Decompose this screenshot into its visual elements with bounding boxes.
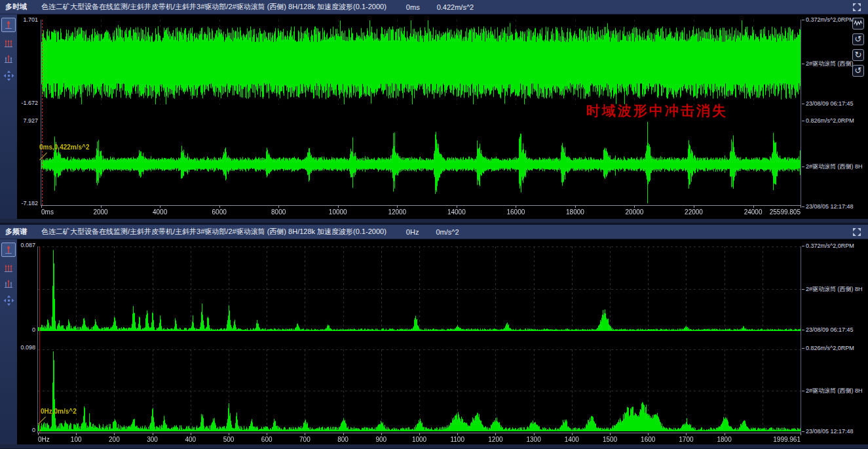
y-min-label: 0 bbox=[13, 326, 35, 333]
harmonic-cursor-tool-icon[interactable] bbox=[1, 36, 16, 50]
x-tick-label: 800 bbox=[337, 436, 349, 443]
amplitude-rpm-label: 0.372m/s^2,0RPM bbox=[802, 16, 854, 23]
waveform-button[interactable] bbox=[852, 18, 864, 29]
time-domain-panel: 多时域 色连二矿大型设备在线监测/主斜井皮带机/主斜井3#驱动部/2#驱动滚筒 … bbox=[0, 0, 868, 224]
x-tick-label: 14000 bbox=[447, 208, 466, 216]
playback-button[interactable]: ↺ bbox=[852, 65, 864, 77]
x-tick-label: 2000 bbox=[93, 208, 107, 216]
x-tick-label: 200 bbox=[109, 436, 120, 443]
spectrum-panel: 多频谱 色连二矿大型设备在线监测/主斜井皮带机/主斜井3#驱动部/2#驱动滚筒 … bbox=[0, 225, 868, 449]
x-tick-label: 24000 bbox=[744, 208, 763, 216]
x-tick-label: 1300 bbox=[526, 436, 540, 443]
pan-tool-icon[interactable] bbox=[1, 68, 16, 83]
x-tick-label: 4000 bbox=[153, 208, 167, 216]
amplitude-rpm-label: 0.826m/s^2,0RPM bbox=[802, 117, 854, 124]
y-max-label: 0.098 bbox=[13, 344, 35, 351]
panel-mode-label: 多频谱 bbox=[5, 227, 27, 237]
time-panel-header: 多时域 色连二矿大型设备在线监测/主斜井皮带机/主斜井3#驱动部/2#驱动滚筒 … bbox=[0, 0, 868, 14]
x-tick-label: 1000 bbox=[412, 436, 426, 443]
spectrum-canvas-1[interactable] bbox=[38, 246, 801, 331]
y-max-label: 0.087 bbox=[13, 242, 35, 248]
x-tick-label: 300 bbox=[147, 436, 158, 443]
amplitude-rpm-label: 0.826m/s^2,0RPM bbox=[802, 345, 854, 351]
x-tick-label: 20000 bbox=[626, 208, 644, 216]
pan-tool-icon[interactable] bbox=[1, 293, 16, 307]
cursor-x-readout: 0Hz bbox=[406, 228, 419, 236]
time-waveform-canvas-1[interactable] bbox=[41, 20, 801, 105]
x-tick-label: 16000 bbox=[506, 208, 525, 216]
x-tick-label: 25599.805 bbox=[770, 208, 801, 216]
y-axis-line bbox=[41, 20, 41, 205]
x-tick-label: 0ms bbox=[41, 208, 54, 216]
x-tick-label: 12000 bbox=[388, 208, 406, 216]
panel-bottom-strip bbox=[0, 219, 868, 223]
x-axis-line bbox=[41, 205, 801, 206]
x-tick-label: 400 bbox=[185, 436, 196, 443]
expand-icon[interactable] bbox=[852, 227, 862, 237]
x-tick-label: 700 bbox=[299, 436, 311, 443]
y-axis-line-right bbox=[801, 20, 801, 205]
cursor-x-readout: 0ms bbox=[406, 3, 420, 11]
x-tick-label: 600 bbox=[261, 436, 273, 443]
y-axis-line bbox=[37, 246, 38, 433]
timestamp-label: 23/08/05 12:17:48 bbox=[802, 203, 854, 210]
time-panel-body: 1.701 -1.672 7.927 -7.182 时域波形中冲击消失 0ms,… bbox=[0, 14, 868, 223]
channel-label: 2#驱动滚筒 (西侧) 8H bbox=[802, 163, 863, 171]
channel-label: 2#驱动滚筒 (西侧) 8H bbox=[802, 387, 863, 395]
y-min-label: -7.182 bbox=[16, 200, 38, 206]
spectrum-cursor-line[interactable] bbox=[39, 246, 40, 433]
vibration-monitor-app: 多时域 色连二矿大型设备在线监测/主斜井皮带机/主斜井3#驱动部/2#驱动滚筒 … bbox=[0, 0, 868, 449]
x-tick-label: 6000 bbox=[212, 208, 227, 216]
panel-mode-label: 多时域 bbox=[5, 2, 27, 12]
refresh-button[interactable]: ↻ bbox=[852, 49, 864, 61]
harmonic-cursor-tool-icon[interactable] bbox=[1, 261, 16, 275]
cursor-value-note: 0ms,0.422m/s^2 bbox=[39, 144, 89, 151]
cursor-toolbar bbox=[0, 14, 17, 223]
x-tick-label: 1100 bbox=[450, 436, 464, 443]
time-waveform-canvas-2[interactable] bbox=[41, 121, 801, 204]
cursor-y-readout: 0.422m/s^2 bbox=[437, 3, 474, 11]
cursor-value-note: 0Hz,0m/s^2 bbox=[41, 408, 77, 415]
timestamp-label: 23/08/05 12:17:48 bbox=[802, 428, 854, 435]
x-tick-label: 1800 bbox=[717, 436, 731, 443]
measurement-path-title: 色连二矿大型设备在线监测/主斜井皮带机/主斜井3#驱动部/2#驱动滚筒 (西侧)… bbox=[41, 2, 387, 12]
x-tick-label: 900 bbox=[375, 436, 387, 443]
x-tick-label: 100 bbox=[71, 436, 82, 443]
y-min-label: -1.672 bbox=[16, 100, 38, 106]
sideband-cursor-tool-icon[interactable] bbox=[1, 277, 16, 291]
impact-disappeared-annotation: 时域波形中冲击消失 bbox=[586, 102, 728, 120]
x-tick-label: 0Hz bbox=[38, 436, 50, 443]
single-cursor-tool-icon[interactable] bbox=[1, 18, 16, 32]
x-tick-label: 8000 bbox=[271, 208, 286, 216]
measurement-path-title: 色连二矿大型设备在线监测/主斜井皮带机/主斜井3#驱动部/2#驱动滚筒 (西侧)… bbox=[41, 227, 387, 237]
amplitude-rpm-label: 0.372m/s^2,0RPM bbox=[802, 243, 854, 249]
x-tick-label: 22000 bbox=[685, 208, 703, 216]
channel-label: 2#驱动滚筒 (西侧) bbox=[802, 60, 854, 68]
y-max-label: 1.701 bbox=[16, 16, 38, 23]
x-tick-label: 1400 bbox=[565, 436, 579, 443]
time-cursor-line[interactable] bbox=[42, 20, 43, 205]
sideband-cursor-tool-icon[interactable] bbox=[1, 52, 16, 66]
x-tick-label: 1200 bbox=[488, 436, 502, 443]
x-tick-label: 1999.961 bbox=[773, 436, 801, 443]
spectrum-panel-header: 多频谱 色连二矿大型设备在线监测/主斜井皮带机/主斜井3#驱动部/2#驱动滚筒 … bbox=[0, 225, 868, 239]
history-button[interactable]: ↺ bbox=[852, 33, 864, 45]
x-tick-label: 1600 bbox=[641, 436, 655, 443]
y-max-label: 7.927 bbox=[16, 117, 38, 124]
x-tick-label: 10000 bbox=[329, 208, 347, 216]
expand-icon[interactable] bbox=[852, 2, 862, 12]
channel-label: 2#驱动滚筒 (西侧) 8H bbox=[802, 285, 863, 294]
x-tick-label: 18000 bbox=[566, 208, 584, 216]
x-tick-label: 1700 bbox=[679, 436, 693, 443]
x-tick-label: 500 bbox=[223, 436, 235, 443]
timestamp-label: 23/08/09 06:17:45 bbox=[802, 100, 854, 107]
cursor-y-readout: 0m/s^2 bbox=[436, 228, 459, 236]
y-axis-line-right bbox=[801, 246, 801, 433]
panel-bottom-strip bbox=[0, 444, 868, 448]
spectrum-canvas-2[interactable] bbox=[38, 349, 801, 431]
y-min-label: 0 bbox=[13, 427, 35, 433]
timestamp-label: 23/08/09 06:17:45 bbox=[802, 326, 854, 333]
x-tick-label: 1500 bbox=[603, 436, 617, 443]
spectrum-panel-body: 0.087 0 0.098 0 0Hz,0m/s^2 0.372m/s^2,0R… bbox=[0, 239, 868, 448]
